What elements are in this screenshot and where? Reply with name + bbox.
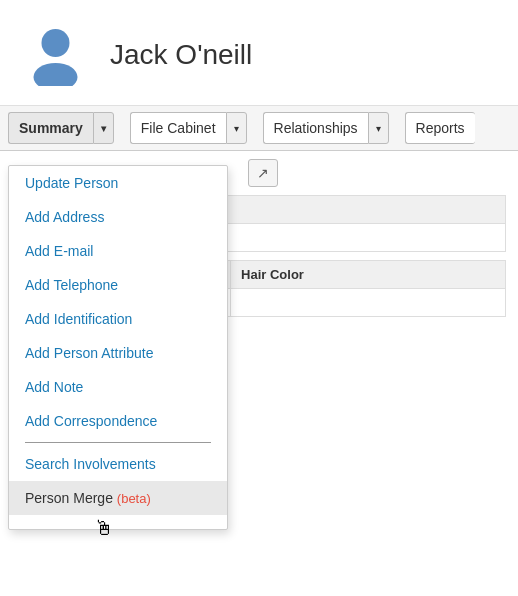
person-avatar-icon — [23, 21, 88, 89]
tab-relationships-arrow[interactable]: ▾ — [368, 112, 389, 144]
tab-relationships[interactable]: Relationships — [263, 112, 368, 144]
tab-reports[interactable]: Reports — [405, 112, 475, 144]
person-header: Jack O'neill — [0, 0, 518, 106]
tab-group-relationships: Relationships ▾ — [263, 112, 389, 144]
avatar — [20, 20, 90, 90]
dropdown-search-involvements[interactable]: Search Involvements — [9, 447, 227, 481]
cell-haircolor — [231, 289, 506, 317]
person-name: Jack O'neill — [110, 39, 252, 71]
dropdown-add-identification[interactable]: Add Identification — [9, 302, 227, 336]
person-merge-label: Person Merge — [25, 490, 113, 506]
dropdown-add-email[interactable]: Add E-mail — [9, 234, 227, 268]
dropdown-person-merge[interactable]: Person Merge (beta) — [9, 481, 227, 515]
dropdown-add-address[interactable]: Add Address — [9, 200, 227, 234]
tab-group-summary: Summary ▾ — [8, 112, 114, 144]
dropdown-add-telephone[interactable]: Add Telephone — [9, 268, 227, 302]
dropdown-add-correspondence[interactable]: Add Correspondence — [9, 404, 227, 438]
tab-summary-arrow[interactable]: ▾ — [93, 112, 114, 144]
tab-group-filecabinet: File Cabinet ▾ — [130, 112, 247, 144]
dropdown-divider — [25, 442, 211, 443]
dropdown-add-person-attribute[interactable]: Add Person Attribute — [9, 336, 227, 370]
dropdown-update-person[interactable]: Update Person — [9, 166, 227, 200]
summary-dropdown: Update Person Add Address Add E-mail Add… — [8, 165, 228, 530]
svg-point-0 — [41, 29, 69, 57]
col-header-haircolor: Hair Color — [231, 261, 506, 289]
beta-label: (beta) — [117, 491, 151, 506]
tab-filecabinet-arrow[interactable]: ▾ — [226, 112, 247, 144]
mouse-cursor-icon: 🖱 — [94, 517, 114, 540]
svg-point-1 — [33, 63, 77, 86]
external-link-icon: ↗ — [257, 165, 269, 181]
tab-bar: Summary ▾ File Cabinet ▾ Relationships ▾… — [0, 106, 518, 151]
dropdown-add-note[interactable]: Add Note — [9, 370, 227, 404]
tab-summary[interactable]: Summary — [8, 112, 93, 144]
external-link-button[interactable]: ↗ — [248, 159, 278, 187]
tab-file-cabinet[interactable]: File Cabinet — [130, 112, 226, 144]
